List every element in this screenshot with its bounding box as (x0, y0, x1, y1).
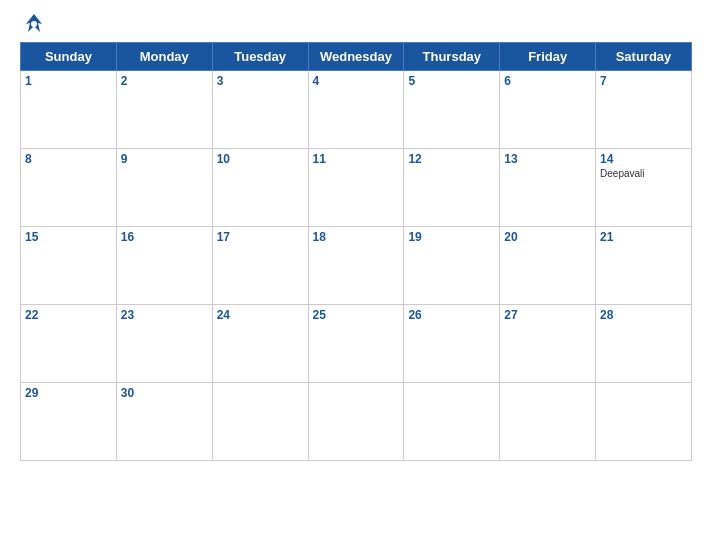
calendar-cell: 4 (308, 71, 404, 149)
calendar-header (20, 10, 692, 38)
logo (20, 10, 52, 38)
calendar-cell: 18 (308, 227, 404, 305)
calendar-cell (500, 383, 596, 461)
calendar-cell: 10 (212, 149, 308, 227)
day-number: 14 (600, 152, 687, 166)
calendar-week-row: 891011121314Deepavali (21, 149, 692, 227)
calendar-week-row: 2930 (21, 383, 692, 461)
day-number: 24 (217, 308, 304, 322)
calendar-cell: 5 (404, 71, 500, 149)
day-number: 26 (408, 308, 495, 322)
calendar-cell: 26 (404, 305, 500, 383)
calendar-cell (212, 383, 308, 461)
day-number: 19 (408, 230, 495, 244)
calendar-cell: 2 (116, 71, 212, 149)
calendar-cell (596, 383, 692, 461)
weekday-header-wednesday: Wednesday (308, 43, 404, 71)
weekday-header-thursday: Thursday (404, 43, 500, 71)
calendar-cell: 15 (21, 227, 117, 305)
day-number: 15 (25, 230, 112, 244)
calendar-cell: 16 (116, 227, 212, 305)
svg-point-1 (31, 21, 37, 27)
day-number: 25 (313, 308, 400, 322)
calendar-week-row: 1234567 (21, 71, 692, 149)
calendar-cell: 7 (596, 71, 692, 149)
calendar-cell (404, 383, 500, 461)
day-number: 22 (25, 308, 112, 322)
weekday-header-saturday: Saturday (596, 43, 692, 71)
calendar-cell: 8 (21, 149, 117, 227)
calendar-cell: 19 (404, 227, 500, 305)
calendar-cell: 9 (116, 149, 212, 227)
day-number: 3 (217, 74, 304, 88)
day-number: 29 (25, 386, 112, 400)
calendar-cell: 27 (500, 305, 596, 383)
calendar-cell: 3 (212, 71, 308, 149)
calendar-cell: 1 (21, 71, 117, 149)
day-number: 6 (504, 74, 591, 88)
calendar-table: SundayMondayTuesdayWednesdayThursdayFrid… (20, 42, 692, 461)
calendar-cell: 21 (596, 227, 692, 305)
weekday-header-tuesday: Tuesday (212, 43, 308, 71)
day-number: 21 (600, 230, 687, 244)
day-number: 13 (504, 152, 591, 166)
day-number: 12 (408, 152, 495, 166)
calendar-cell: 13 (500, 149, 596, 227)
day-number: 1 (25, 74, 112, 88)
calendar-cell: 20 (500, 227, 596, 305)
calendar-cell: 24 (212, 305, 308, 383)
day-number: 30 (121, 386, 208, 400)
day-number: 2 (121, 74, 208, 88)
calendar-cell: 14Deepavali (596, 149, 692, 227)
weekday-header-monday: Monday (116, 43, 212, 71)
day-number: 20 (504, 230, 591, 244)
calendar-cell: 11 (308, 149, 404, 227)
day-number: 8 (25, 152, 112, 166)
day-number: 7 (600, 74, 687, 88)
logo-bird-icon (20, 10, 48, 38)
day-number: 5 (408, 74, 495, 88)
calendar-cell: 23 (116, 305, 212, 383)
calendar-cell: 22 (21, 305, 117, 383)
day-number: 27 (504, 308, 591, 322)
day-number: 28 (600, 308, 687, 322)
calendar-week-row: 15161718192021 (21, 227, 692, 305)
weekday-header-friday: Friday (500, 43, 596, 71)
calendar-cell: 28 (596, 305, 692, 383)
day-number: 18 (313, 230, 400, 244)
day-number: 11 (313, 152, 400, 166)
calendar-cell: 25 (308, 305, 404, 383)
day-number: 4 (313, 74, 400, 88)
day-number: 17 (217, 230, 304, 244)
calendar-week-row: 22232425262728 (21, 305, 692, 383)
calendar-cell: 6 (500, 71, 596, 149)
day-number: 9 (121, 152, 208, 166)
event-label: Deepavali (600, 168, 687, 179)
calendar-cell: 12 (404, 149, 500, 227)
day-number: 23 (121, 308, 208, 322)
calendar-cell: 29 (21, 383, 117, 461)
calendar-cell: 30 (116, 383, 212, 461)
weekday-header-sunday: Sunday (21, 43, 117, 71)
weekday-header-row: SundayMondayTuesdayWednesdayThursdayFrid… (21, 43, 692, 71)
day-number: 10 (217, 152, 304, 166)
calendar-cell: 17 (212, 227, 308, 305)
day-number: 16 (121, 230, 208, 244)
calendar-cell (308, 383, 404, 461)
